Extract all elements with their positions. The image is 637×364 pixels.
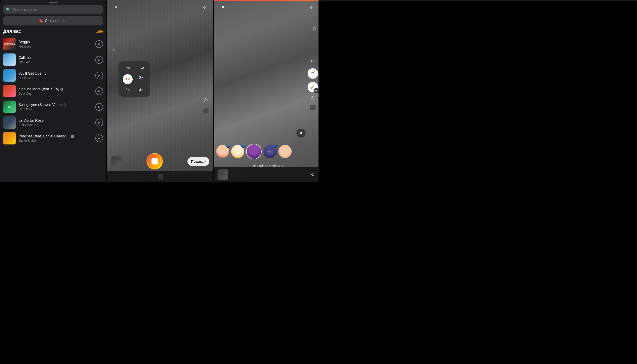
saved-label: Сохранённое — [45, 19, 67, 23]
track-artist: Måneskin — [18, 44, 92, 48]
timer-button[interactable]: ⏱ — [204, 98, 208, 104]
effects-panel: 50 ⏱ ⬛ — [308, 68, 318, 110]
section-header: Для вас Ещё — [0, 29, 106, 36]
search-icon: 🔍 — [6, 8, 10, 12]
flash-button[interactable]: ✈ — [201, 3, 209, 12]
track-name: Beggin' — [18, 40, 92, 44]
list-item[interactable]: MANESKIN Beggin' Måneskin ▶ — [0, 36, 106, 52]
speed-selector: .3× .5× 1× 2× 3× 4× — [118, 62, 150, 97]
track-info: La Vie En Rose Emily Watts — [18, 118, 92, 127]
bottom-gallery-icon[interactable]: ⬛ — [158, 174, 163, 179]
list-item[interactable]: Kiss Me More (feat. SZA) E Doja Cat ▶ — [0, 83, 106, 99]
track-artwork: MANESKIN — [3, 38, 16, 50]
list-item[interactable]: ■ Swing Lynn (Slowed Version) Harmless ▶ — [0, 99, 106, 115]
track-artist: Drew Kent — [18, 76, 92, 80]
wand-effect-button[interactable]: 50 — [308, 82, 318, 92]
music-note-icon-2[interactable]: ♫ — [312, 25, 316, 32]
track-artist: Doja Cat — [18, 92, 92, 95]
section-more-button[interactable]: Ещё — [96, 29, 103, 34]
track-artwork — [3, 54, 16, 66]
track-artwork: ■ — [3, 100, 16, 113]
svg-point-5 — [314, 86, 315, 87]
drag-handle[interactable] — [49, 2, 58, 4]
camera-bottom-controls: Предп... › — [107, 153, 214, 170]
speed-option-3x[interactable]: 3× — [122, 86, 133, 94]
close-button-2[interactable]: ✕ — [219, 3, 227, 12]
gallery-thumbnail[interactable] — [111, 156, 122, 166]
flash-button-2[interactable]: ✈ — [308, 3, 316, 12]
music-note-icon[interactable]: ♫ — [112, 46, 116, 52]
camera-top-bar: ✕ ✈ — [107, 3, 214, 12]
track-artist: Justin Bieber — [18, 139, 92, 142]
record-button[interactable] — [146, 153, 163, 170]
explicit-badge: E — [60, 88, 63, 90]
play-button[interactable]: ▶ — [95, 134, 103, 142]
track-artwork — [3, 116, 16, 129]
camera2-bottom-bar: ↻ — [214, 167, 318, 182]
speed-option-4x[interactable]: 4× — [136, 86, 146, 94]
camera2-top-bar: ✕ ✈ — [214, 3, 318, 12]
track-info: Call me 90sFlav — [18, 56, 92, 64]
list-item[interactable]: You'll Get Over It Drew Kent ▶ — [0, 68, 106, 83]
avatar-dot-4 — [274, 145, 277, 148]
avatar-wrap-1 — [216, 145, 229, 158]
explicit-badge: E — [71, 135, 74, 138]
camera-panel-1: ✕ ✈ ♫ .3× .5× 1× 2× 3× 4× ⏱ ⬛ Предп... › — [107, 0, 214, 182]
saved-button[interactable]: 🔖 Сохранённое — [3, 16, 103, 26]
svg-point-2 — [315, 74, 315, 75]
list-item[interactable]: La Vie En Rose Emily Watts ▶ — [0, 115, 106, 130]
close-icon: ✕ — [114, 4, 118, 10]
track-artist: Harmless — [18, 108, 92, 111]
grid-button[interactable]: ⬛ — [310, 105, 316, 110]
close-circle-button[interactable]: ✕ — [296, 128, 306, 138]
speed-option-05[interactable]: .5× — [136, 64, 146, 72]
track-name: You'll Get Over It — [18, 72, 92, 76]
track-info: Swing Lynn (Slowed Version) Harmless — [18, 103, 92, 111]
speed-option-1x-active[interactable]: 1× — [122, 74, 133, 84]
timer-button-2[interactable]: ⏱ — [310, 96, 315, 102]
avatar-wrap-4: Mon — [264, 145, 277, 158]
bookmark-icon: 🔖 — [39, 19, 43, 23]
speed-option-2x[interactable]: 2× — [136, 74, 146, 84]
avatar-row: Mon — [214, 144, 318, 159]
close-button[interactable]: ✕ — [112, 3, 120, 12]
rotate-icon: ↻ — [311, 172, 315, 177]
speed-label[interactable]: 1× — [310, 59, 315, 63]
play-button[interactable]: ▶ — [95, 119, 103, 126]
track-artwork — [3, 132, 16, 144]
speed-option-03[interactable]: .3× — [122, 64, 133, 72]
play-button[interactable]: ▶ — [95, 87, 103, 95]
search-input[interactable] — [12, 7, 100, 12]
effect-count-badge: 50 — [314, 88, 318, 93]
sparkle-effect-button[interactable] — [308, 68, 318, 79]
side-tools: ⏱ ⬛ — [203, 98, 209, 114]
track-name: Call me — [18, 56, 92, 60]
play-button[interactable]: ▶ — [95, 72, 103, 80]
gallery-button[interactable]: ⬛ — [203, 108, 209, 114]
close-circle-icon: ✕ — [300, 130, 303, 136]
track-list: MANESKIN Beggin' Måneskin ▶ Call me 90sF… — [0, 36, 106, 180]
play-button[interactable]: ▶ — [95, 56, 103, 64]
avatar-wrap-5 — [278, 145, 292, 158]
track-name: Kiss Me More (feat. SZA) E — [18, 87, 92, 91]
list-item[interactable]: Call me 90sFlav ▶ — [0, 52, 106, 68]
gallery-thumb-2[interactable] — [218, 169, 228, 180]
svg-point-1 — [311, 75, 312, 75]
track-artwork — [3, 69, 16, 82]
rotate-camera-button[interactable]: ↻ — [308, 170, 317, 179]
avatar-dot-1 — [226, 145, 230, 148]
avatar-wrap-3 — [246, 144, 262, 159]
avatar-wrap-2 — [231, 145, 244, 158]
list-item[interactable]: Peaches (feat. Daniel Caesar,... E Justi… — [0, 130, 106, 146]
svg-point-0 — [314, 71, 315, 72]
play-button[interactable]: ▶ — [95, 40, 103, 48]
track-artist: 90sFlav — [18, 60, 92, 64]
search-bar[interactable]: 🔍 — [3, 5, 103, 14]
avatar-3-selected[interactable] — [246, 144, 262, 159]
avatar-5[interactable] — [278, 145, 292, 158]
track-artwork — [3, 85, 16, 97]
svg-point-4 — [313, 85, 314, 86]
play-button[interactable]: ▶ — [95, 103, 103, 111]
music-panel: 🔍 🔖 Сохранённое Для вас Ещё MANESKIN Beg… — [0, 0, 106, 182]
next-button[interactable]: Предп... › — [188, 157, 209, 166]
